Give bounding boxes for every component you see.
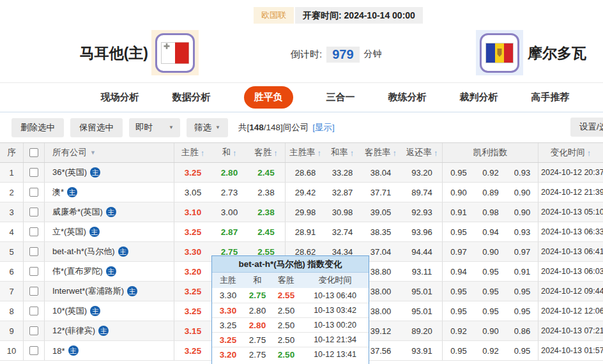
away-odds[interactable]: 2.45 [247,222,286,241]
company-cell[interactable]: 立*(英国) 主 [45,222,174,241]
tab[interactable]: 胜平负 [244,86,293,109]
select-all-checkbox[interactable] [29,148,38,157]
row-checkbox[interactable] [29,188,38,197]
company-cell[interactable]: 12*(菲律宾) 主 [45,321,174,340]
home-odds[interactable]: 3.05 [174,183,211,202]
company-cell[interactable]: 伟*(直布罗陀) 主 [45,262,174,281]
home-odds[interactable]: 3.30 [174,242,211,261]
header-home-rate[interactable]: 主胜率 ↑ [286,143,325,162]
popup-row: 3.25 2.75 2.50 10-12 21:34 [212,332,369,347]
draw-odds[interactable]: 2.80 [211,163,247,182]
draw-rate: 30.98 [325,202,360,222]
header-change-time[interactable]: 变化时间 ↑ [538,143,603,162]
settings-button[interactable]: 设置/选 [570,118,603,137]
row-checkbox[interactable] [29,346,38,355]
header-draw-rate-label: 和率 [331,147,348,158]
draw-odds[interactable]: 2.87 [211,222,247,241]
away-team-flag-box [476,30,523,75]
away-odds[interactable]: 2.38 [247,202,286,222]
row-checkbox[interactable] [29,227,38,236]
header-away-rate[interactable]: 客胜率 ↑ [360,143,402,162]
company-cell[interactable]: bet-at-h*(马尔他) 主 [45,242,174,261]
row-checkbox[interactable] [29,247,38,256]
header-home-label: 主胜 [181,147,199,158]
row-checkbox-cell [24,321,45,340]
row-checkbox[interactable] [29,307,38,315]
tab[interactable]: 三合一 [326,91,355,103]
away-odds[interactable]: 2.38 [247,183,286,202]
company-cell[interactable]: 18* 主 [45,341,174,360]
row-checkbox-cell [24,282,45,301]
tab[interactable]: 高手推荐 [531,91,570,103]
analysis-tabs: 现场分析 数据分析 胜平负 三合一 教练分析 裁判分析 高手推荐 [0,82,603,112]
company-count: 共[148/148]间公司[显示] [238,122,335,133]
kelly-draw: 0.94 [475,222,507,241]
company-cell[interactable]: 威廉希*(英国) 主 [45,202,174,222]
sort-up-icon: ↑ [317,148,322,158]
kelly-away: 0.97 [507,242,538,261]
home-odds[interactable]: 3.25 [174,163,211,182]
home-odds[interactable]: 3.25 [174,341,211,360]
filter-dropdown[interactable]: 筛选 ▼ [187,118,228,137]
header-company[interactable]: 所有公司 ▼ [45,143,174,162]
row-checkbox[interactable] [29,267,38,276]
sort-up-icon: ↑ [233,148,237,158]
home-marker-icon: 主 [106,266,116,277]
popup-home-odds: 3.20 [212,350,244,360]
company-cell[interactable]: 36*(英国) 主 [45,163,174,182]
company-name: 12*(菲律宾) [52,325,95,337]
home-odds[interactable]: 3.25 [174,301,211,321]
keep-selected-button[interactable]: 保留选中 [70,118,123,137]
tab[interactable]: 教练分析 [388,91,427,103]
time-filter-dropdown[interactable]: 即时 ▼ [129,118,180,137]
tab[interactable]: 裁判分析 [460,91,498,103]
home-odds[interactable]: 3.10 [174,202,211,222]
return-rate: 94.44 [402,242,443,261]
row-checkbox[interactable] [29,326,38,335]
header-index: 序 [0,143,24,162]
popup-home-odds: 3.25 [212,321,244,330]
row-index: 2 [0,183,24,202]
header-home-odds[interactable]: 主胜 ↑ [174,143,211,162]
row-checkbox-cell [24,202,45,222]
change-time: 2024-10-12 20:37 [538,163,603,182]
header-away-odds[interactable]: 客胜 ↑ [247,143,286,162]
tab[interactable]: 现场分析 [101,91,139,103]
company-cell[interactable]: 10*(英国) 主 [45,301,174,321]
row-checkbox-cell [24,242,45,261]
show-link[interactable]: [显示] [312,123,335,132]
kelly-away: 0.93 [507,163,538,182]
company-cell[interactable]: 澳* 主 [45,183,174,202]
company-cell[interactable]: Interwet*(塞浦路斯) 主 [45,282,174,301]
header-company-label: 所有公司 [52,147,87,158]
row-checkbox[interactable] [29,287,38,296]
row-checkbox[interactable] [29,168,38,177]
row-checkbox[interactable] [29,208,38,216]
kelly-draw: 0.98 [475,202,507,222]
change-time: 2024-10-13 05:10 [538,202,603,222]
home-odds[interactable]: 3.25 [174,222,211,241]
popup-change-time: 10-12 13:41 [302,350,369,359]
popup-away-odds: 2.50 [271,306,302,315]
popup-away-odds: 2.50 [271,350,302,360]
header-draw-odds[interactable]: 和 ↑ [211,143,247,162]
header-select-all [24,143,45,162]
away-odds[interactable]: 2.45 [247,163,286,182]
countdown-label: 倒计时: [291,49,322,61]
tab[interactable]: 数据分析 [172,91,211,103]
delete-selected-button[interactable]: 删除选中 [11,118,64,137]
kelly-home: 0.94 [443,262,475,281]
sort-up-icon: ↑ [201,148,205,158]
kelly-draw: 0.92 [475,163,507,182]
header-draw-rate[interactable]: 和率 ↑ [325,143,360,162]
home-odds[interactable]: 3.20 [174,262,211,281]
home-odds[interactable]: 3.15 [174,321,211,340]
home-odds[interactable]: 3.25 [174,282,211,301]
return-rate: 95.01 [402,301,443,321]
popup-draw-odds: 2.80 [244,306,271,315]
header-return-rate[interactable]: 返还率 ↑ [402,143,443,162]
draw-odds[interactable]: 2.73 [211,183,247,202]
return-rate: 93.96 [402,222,443,241]
draw-odds[interactable]: 3.00 [211,202,247,222]
home-rate: 29.42 [286,183,325,202]
